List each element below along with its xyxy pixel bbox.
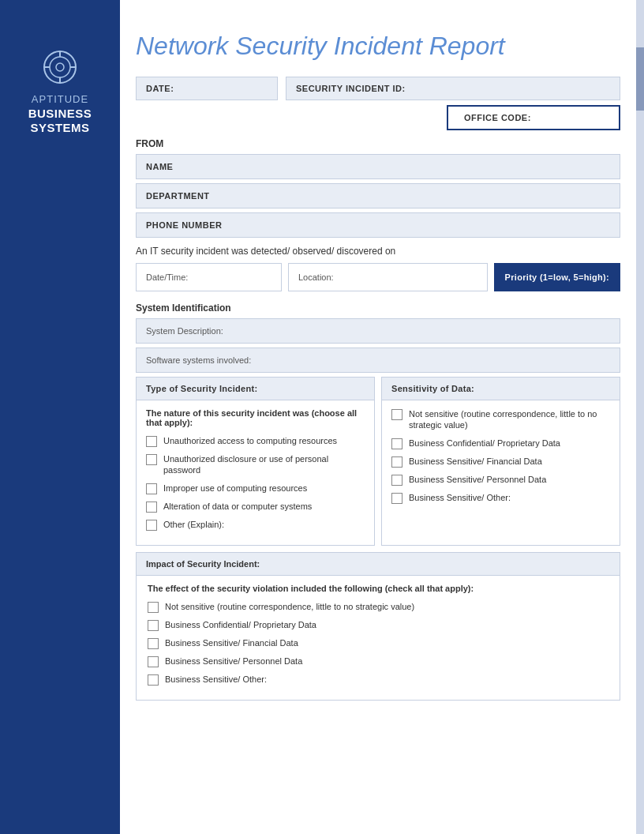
nature-text: The nature of this security incident was…	[146, 408, 365, 427]
checkbox-item-other-i[interactable]: Business Sensitive/ Other:	[148, 674, 608, 686]
checkbox-item-personnel-s[interactable]: Business Sensitive/ Personnel Data	[391, 474, 610, 486]
checkbox-label-alteration: Alteration of data or computer systems	[163, 501, 312, 512]
target-icon	[40, 47, 80, 87]
checkbox-item-unauthorized-access[interactable]: Unauthorized access to computing resourc…	[146, 435, 365, 447]
priority-field[interactable]: Priority (1=low, 5=high):	[494, 263, 620, 291]
software-systems-field[interactable]: Software systems involved:	[136, 348, 620, 373]
sidebar-aptitude-label: APTITUDE	[32, 93, 88, 105]
checkbox-label-financial-s: Business Sensitive/ Financial Data	[409, 456, 542, 467]
impact-header: Impact of Security Incident:	[137, 553, 620, 576]
top-fields-row: DATE: SECURITY INCIDENT ID:	[136, 77, 620, 100]
sensitivity-body: Not sensitive (routine correspondence, l…	[382, 400, 620, 518]
sensitivity-col: Sensitivity of Data: Not sensitive (rout…	[381, 377, 620, 546]
checkbox-item-confidential-s[interactable]: Business Confidential/ Proprietary Data	[391, 438, 610, 449]
office-code-row: OFFICE CODE:	[136, 105, 620, 130]
report-title: Network Security Incident Report	[136, 32, 620, 61]
impact-section: Impact of Security Incident: The effect …	[136, 552, 620, 701]
checkbox-label-other-s: Business Sensitive/ Other:	[409, 492, 511, 503]
checkbox-other-s[interactable]	[391, 493, 402, 504]
checkbox-label-personnel-i: Business Sensitive/ Personnel Data	[165, 656, 302, 667]
checkbox-item-improper-use[interactable]: Improper use of computing resources	[146, 483, 365, 494]
checkbox-item-unauthorized-disclosure[interactable]: Unauthorized disclosure or use of person…	[146, 453, 365, 476]
system-description-field[interactable]: System Description:	[136, 318, 620, 344]
impact-intro: The effect of the security violation inc…	[148, 584, 608, 593]
checkbox-item-other-s[interactable]: Business Sensitive/ Other:	[391, 492, 610, 504]
sidebar-business-label: BUSINESS SYSTEMS	[0, 107, 120, 135]
department-field[interactable]: DEPARTMENT	[136, 183, 620, 208]
checkbox-label-not-sensitive-s: Not sensitive (routine correspondence, l…	[409, 408, 610, 431]
checkbox-label-confidential-s: Business Confidential/ Proprietary Data	[409, 438, 560, 449]
main-content: Network Security Incident Report DATE: S…	[120, 0, 644, 738]
svg-point-2	[56, 63, 64, 71]
checkbox-improper-use[interactable]	[146, 483, 157, 494]
datetime-field[interactable]: Date/Time:	[136, 263, 282, 291]
checkbox-financial-i[interactable]	[148, 638, 159, 649]
type-of-incident-body: The nature of this security incident was…	[137, 400, 374, 545]
checkbox-item-financial-s[interactable]: Business Sensitive/ Financial Data	[391, 456, 610, 468]
type-of-incident-header: Type of Security Incident:	[137, 378, 374, 400]
type-of-incident-col: Type of Security Incident: The nature of…	[136, 377, 375, 546]
security-incident-id-field[interactable]: SECURITY INCIDENT ID:	[286, 77, 620, 100]
office-code-field[interactable]: OFFICE CODE:	[447, 105, 620, 130]
checkbox-label-confidential-i: Business Confidential/ Proprietary Data	[165, 619, 316, 630]
phone-field[interactable]: PHONE NUMBER	[136, 212, 620, 238]
scrollbar[interactable]	[636, 0, 644, 834]
checkbox-label-unauthorized-access: Unauthorized access to computing resourc…	[163, 435, 337, 446]
checkbox-personnel-i[interactable]	[148, 656, 159, 667]
checkbox-label-unauthorized-disclosure: Unauthorized disclosure or use of person…	[163, 453, 365, 476]
checkbox-not-sensitive-i[interactable]	[148, 602, 159, 613]
checkbox-label-other-i: Business Sensitive/ Other:	[165, 674, 267, 685]
sensitivity-header: Sensitivity of Data:	[382, 378, 620, 400]
scrollbar-thumb[interactable]	[636, 47, 644, 111]
incident-detected-text: An IT security incident was detected/ ob…	[136, 246, 620, 257]
sidebar: APTITUDE BUSINESS SYSTEMS	[0, 0, 120, 834]
checkbox-alteration[interactable]	[146, 502, 157, 513]
checkbox-item-financial-i[interactable]: Business Sensitive/ Financial Data	[148, 637, 608, 649]
checkbox-other-incident[interactable]	[146, 520, 157, 531]
checkbox-personnel-s[interactable]	[391, 475, 402, 486]
checkbox-item-not-sensitive-i[interactable]: Not sensitive (routine correspondence, l…	[148, 601, 608, 613]
detect-row: Date/Time: Location: Priority (1=low, 5=…	[136, 263, 620, 291]
checkbox-label-not-sensitive-i: Not sensitive (routine correspondence, l…	[165, 601, 414, 612]
date-field[interactable]: DATE:	[136, 77, 278, 100]
checkbox-other-i[interactable]	[148, 674, 159, 686]
checkbox-item-confidential-i[interactable]: Business Confidential/ Proprietary Data	[148, 619, 608, 631]
checkbox-label-other-incident: Other (Explain):	[163, 519, 224, 530]
checkbox-unauthorized-access[interactable]	[146, 436, 157, 447]
checkbox-label-personnel-s: Business Sensitive/ Personnel Data	[409, 474, 546, 485]
checkbox-item-other-incident[interactable]: Other (Explain):	[146, 519, 365, 531]
incident-sensitivity-section: Type of Security Incident: The nature of…	[136, 377, 620, 546]
impact-body: The effect of the security violation inc…	[137, 576, 620, 700]
checkbox-item-not-sensitive-s[interactable]: Not sensitive (routine correspondence, l…	[391, 408, 610, 431]
checkbox-item-personnel-i[interactable]: Business Sensitive/ Personnel Data	[148, 656, 608, 667]
checkbox-confidential-i[interactable]	[148, 620, 159, 631]
svg-point-1	[50, 57, 70, 77]
checkbox-unauthorized-disclosure[interactable]	[146, 454, 157, 465]
checkbox-label-improper-use: Improper use of computing resources	[163, 483, 307, 494]
from-label: FROM	[136, 138, 620, 149]
system-identification-label: System Identification	[136, 302, 620, 314]
checkbox-not-sensitive-s[interactable]	[391, 409, 402, 420]
location-field[interactable]: Location:	[288, 263, 488, 291]
checkbox-financial-s[interactable]	[391, 456, 402, 468]
checkbox-label-financial-i: Business Sensitive/ Financial Data	[165, 637, 298, 648]
name-field[interactable]: NAME	[136, 154, 620, 179]
checkbox-confidential-s[interactable]	[391, 438, 402, 449]
checkbox-item-alteration[interactable]: Alteration of data or computer systems	[146, 501, 365, 513]
